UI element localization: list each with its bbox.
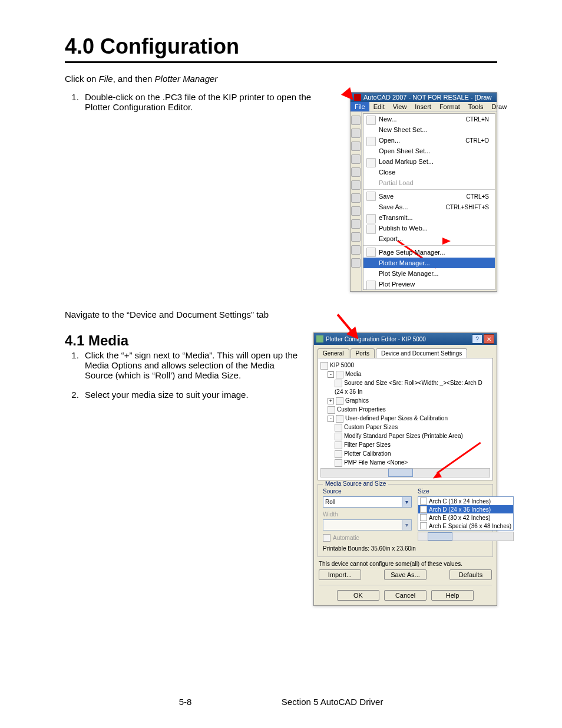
tree-node[interactable]: PMP File Name <None> xyxy=(320,458,490,467)
cancel-button[interactable]: Cancel xyxy=(384,590,427,601)
app-icon xyxy=(316,335,323,342)
width-select: ▾ xyxy=(323,519,412,531)
file-menu[interactable]: New...CTRL+NNew Sheet Set...Open...CTRL+… xyxy=(363,113,495,290)
scrollbar[interactable] xyxy=(320,468,490,477)
window-titlebar: Plotter Configuration Editor - KIP 5000 … xyxy=(314,333,497,345)
tree-node[interactable]: Source and Size <Src: Roll><Width: _><Si… xyxy=(320,378,490,396)
menu-tools[interactable]: Tools xyxy=(464,102,488,111)
list-item[interactable]: Arch E (30 x 42 Inches) xyxy=(418,513,513,522)
intro-text: Click on File, and then Plotter Manager xyxy=(65,74,497,84)
node-icon xyxy=(335,450,342,458)
menu-item[interactable]: Page Setup Manager... xyxy=(363,245,495,258)
automatic-checkbox: Automatic xyxy=(323,534,412,542)
menu-item-icon xyxy=(366,214,376,223)
menu-item-icon xyxy=(366,158,376,167)
save-as-button[interactable]: Save As... xyxy=(384,569,427,580)
page-icon xyxy=(420,506,427,513)
list-item[interactable]: Arch D (24 x 36 Inches) xyxy=(418,505,513,513)
menu-draw[interactable]: Draw xyxy=(487,102,511,111)
tree-node[interactable]: Custom Properties xyxy=(320,405,490,414)
import-button[interactable]: Import... xyxy=(319,569,361,580)
tree-node[interactable]: KIP 5000 xyxy=(320,361,490,370)
page-title: 4.0 Configuration xyxy=(65,34,497,59)
tree-node[interactable]: -Media xyxy=(320,370,490,378)
menu-edit[interactable]: Edit xyxy=(369,102,389,111)
menu-item[interactable]: SaveCTRL+S xyxy=(363,189,495,202)
chevron-down-icon[interactable]: ▾ xyxy=(402,497,411,507)
screenshot-file-menu: AutoCAD 2007 - NOT FOR RESALE - [Draw Fi… xyxy=(350,92,497,292)
media-step-1: Click the “+” sign next to “Media”. This… xyxy=(81,350,299,380)
page-icon xyxy=(420,514,427,521)
node-icon xyxy=(320,362,328,370)
size-listbox[interactable]: Arch C (18 x 24 Inches)Arch D (24 x 36 I… xyxy=(418,496,514,531)
menu-item-icon xyxy=(366,137,376,146)
menu-file[interactable]: File xyxy=(351,102,369,111)
tree-node[interactable]: Filter Paper Sizes xyxy=(320,440,490,449)
menu-item[interactable]: Export... xyxy=(363,233,495,244)
menu-item[interactable]: Load Markup Set... xyxy=(363,156,495,167)
toolbar xyxy=(351,112,362,291)
screenshot-plotter-config: Plotter Configuration Editor - KIP 5000 … xyxy=(313,332,497,606)
menu-item[interactable]: Close xyxy=(363,167,495,177)
tree-node[interactable]: Custom Paper Sizes xyxy=(320,423,490,431)
width-label: Width xyxy=(323,511,412,518)
tab[interactable]: Device and Document Settings xyxy=(376,348,467,358)
node-icon xyxy=(336,397,343,405)
menu-format[interactable]: Format xyxy=(435,102,464,111)
node-icon xyxy=(336,415,343,423)
page-icon xyxy=(420,498,427,505)
menu-item[interactable]: Plot Preview xyxy=(363,279,495,289)
note-text: This device cannot configure some(all) o… xyxy=(319,561,492,567)
menu-item[interactable]: eTransmit... xyxy=(363,212,495,223)
scrollbar[interactable] xyxy=(418,532,514,541)
page-icon xyxy=(420,522,427,529)
menu-item: Partial Load xyxy=(363,177,495,188)
menu-item-icon xyxy=(366,281,376,290)
menu-item-icon xyxy=(366,116,376,125)
chevron-down-icon: ▾ xyxy=(402,520,411,530)
menu-item-icon xyxy=(366,248,376,257)
menu-view[interactable]: View xyxy=(389,102,411,111)
node-icon xyxy=(335,424,342,431)
menu-item[interactable]: Open Sheet Set... xyxy=(363,146,495,156)
menu-item[interactable]: New...CTRL+N xyxy=(363,114,495,124)
list-item[interactable]: Arch E Special (36 x 48 Inches) xyxy=(418,522,513,530)
node-icon xyxy=(335,380,342,387)
tree-node[interactable]: -User-defined Paper Sizes & Calibration xyxy=(320,414,490,423)
instruction-text: Navigate to the “Device and Document Set… xyxy=(65,309,497,319)
step-1: Double-click on the .PC3 file of the KIP… xyxy=(81,92,336,112)
tab-bar[interactable]: GeneralPortsDevice and Document Settings xyxy=(318,348,493,358)
node-icon xyxy=(336,371,343,378)
tree-node[interactable]: Modify Standard Paper Sizes (Printable A… xyxy=(320,431,490,440)
menu-insert[interactable]: Insert xyxy=(411,102,435,111)
source-label: Source xyxy=(323,488,412,495)
menu-item[interactable]: New Sheet Set... xyxy=(363,124,495,135)
help-icon[interactable]: ? xyxy=(472,334,482,344)
close-icon[interactable]: ✕ xyxy=(484,334,494,344)
source-select[interactable]: ▾ xyxy=(323,496,412,508)
media-source-size-group: Media Source and Size Source ▾ Width xyxy=(318,484,493,557)
defaults-button[interactable]: Defaults xyxy=(449,569,492,580)
menu-item[interactable]: Open...CTRL+O xyxy=(363,135,495,146)
page-footer: 5-8 Section 5 AutoCAD Driver xyxy=(0,697,562,707)
tab[interactable]: Ports xyxy=(351,348,375,358)
section-heading: 4.1 Media xyxy=(65,332,299,349)
node-icon xyxy=(328,406,335,414)
settings-tree[interactable]: KIP 5000-MediaSource and Size <Src: Roll… xyxy=(320,361,490,467)
tab[interactable]: General xyxy=(318,348,349,358)
size-label: Size xyxy=(418,488,514,495)
menu-item[interactable]: Plot Style Manager... xyxy=(363,268,495,279)
list-item[interactable]: Arch C (18 x 24 Inches) xyxy=(418,497,513,505)
node-icon xyxy=(335,442,342,449)
menu-item-icon xyxy=(366,192,376,201)
menubar[interactable]: FileEditViewInsertFormatToolsDraw xyxy=(351,102,497,112)
menu-item[interactable]: Publish to Web... xyxy=(363,223,495,233)
menu-item[interactable]: Plotter Manager... xyxy=(363,258,495,268)
help-button[interactable]: Help xyxy=(431,590,474,601)
tree-node[interactable]: Plotter Calibration xyxy=(320,449,490,458)
menu-item[interactable]: Save As...CTRL+SHIFT+S xyxy=(363,202,495,212)
ok-button[interactable]: OK xyxy=(337,590,379,601)
window-titlebar: AutoCAD 2007 - NOT FOR RESALE - [Draw xyxy=(351,93,497,102)
tree-node[interactable]: +Graphics xyxy=(320,396,490,405)
printable-bounds: Printable Bounds: 35.60in x 23.60in xyxy=(323,545,488,552)
